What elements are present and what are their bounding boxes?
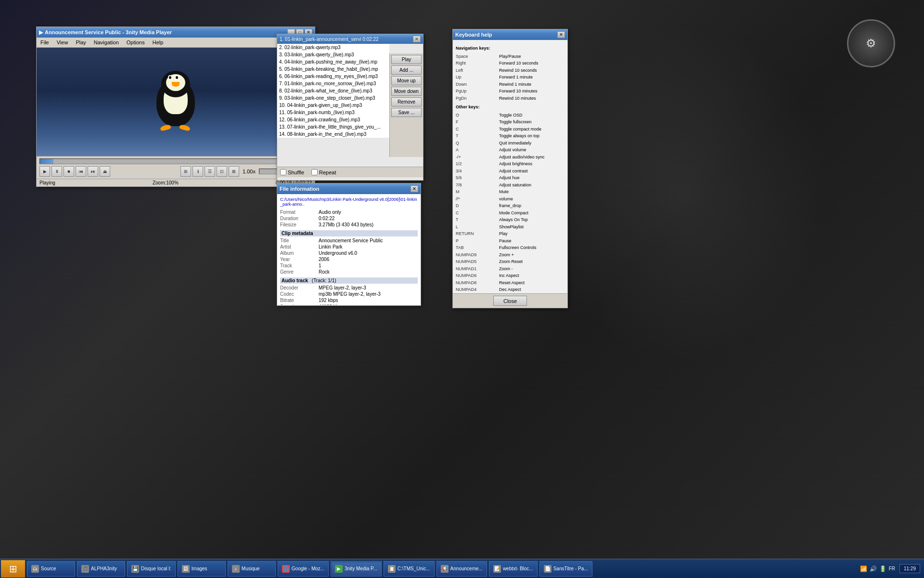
progress-bar[interactable] <box>39 158 312 164</box>
pl-move-up-btn[interactable]: Move up <box>391 76 422 85</box>
play-button[interactable]: ▶ <box>39 166 50 177</box>
bitrate-label: Bitrate <box>280 298 319 303</box>
view-btn-4[interactable]: ⊡ <box>217 166 227 177</box>
pause-button[interactable]: ⏸ <box>51 166 62 177</box>
artist-value: Linkin Park <box>319 244 342 250</box>
samplerate-label: Sample rate <box>280 304 319 305</box>
taskbar-announcement[interactable]: 📢 Announceme... <box>436 561 487 577</box>
taskbar-source[interactable]: 🗂 Source <box>27 561 75 577</box>
track-value: 1 <box>319 263 321 268</box>
list-item[interactable]: 9. 03-linkin_park-one_step_closer_(live)… <box>277 94 389 102</box>
keyboard-help-titlebar: Keyboard help ✕ <box>453 29 567 40</box>
filesize-value: 3.27Mb (3 430 443 bytes) <box>319 222 373 227</box>
eject-button[interactable]: ⏏ <box>100 166 110 177</box>
list-item[interactable]: 7. 01-linkin_park-no_more_sorrow_(live).… <box>277 80 389 87</box>
taskbar-google[interactable]: 🌐 Google - Moz... <box>278 561 329 577</box>
taskbar-ctms[interactable]: 📋 C:\TMS_Unic... <box>384 561 435 577</box>
kh-up-desc: Forward 1 minute <box>499 74 533 81</box>
kh-left-desc: Rewind 10 seconds <box>499 67 537 74</box>
media-player-window: ▶ Announcement Service Public - 3nity Me… <box>36 26 315 187</box>
alpha3nity-icon: 🎵 <box>81 565 89 573</box>
genre-label: Genre <box>280 269 319 275</box>
pl-move-down-btn[interactable]: Move down <box>391 87 422 96</box>
list-item[interactable]: 12. 06-linkin_park-crawling_(live).mp3 <box>277 116 389 123</box>
taskbar-images[interactable]: 🖼 Images <box>178 561 226 577</box>
stop-button[interactable]: ■ <box>64 166 74 177</box>
kh-left-key: Left <box>456 67 499 74</box>
media-player-icon: ▶ <box>335 565 343 573</box>
lang-indicator: FR <box>889 566 895 571</box>
menu-options[interactable]: Options <box>123 39 149 46</box>
menu-navigation[interactable]: Navigation <box>90 39 123 46</box>
file-path: C:/Users/Nico/Music/mp3/Linkin Park-Unde… <box>280 197 418 207</box>
start-button[interactable]: ⊞ <box>1 560 25 578</box>
announcement-icon: 📢 <box>441 565 449 573</box>
sanstitre-icon: 📄 <box>544 565 552 573</box>
webtxt-icon: 📝 <box>493 565 501 573</box>
info-duration-row: Duration 0:02:22 <box>280 216 418 221</box>
repeat-checkbox-label[interactable]: Repeat <box>311 169 336 175</box>
taskbar-webtxt[interactable]: 📝 webtxt- Bloc... <box>489 561 538 577</box>
menu-play[interactable]: Play <box>72 39 90 46</box>
playlist-title: 1. 01-linkin_park-announcement_servi 0:0… <box>280 37 379 42</box>
media-player-icon: ▶ <box>39 29 43 36</box>
kh-pgdn-desc: Rewind 10 minutes <box>499 95 536 102</box>
list-item[interactable]: 6. 06-linkin_park-reading_my_eyes_(live)… <box>277 73 389 80</box>
disque-icon: 💾 <box>131 565 139 573</box>
kh-right-desc: Forward 10 seconds <box>499 60 539 67</box>
tray-battery[interactable]: 🔋 <box>879 565 887 573</box>
taskbar-sanstitre[interactable]: 📄 SansTitre - Pa... <box>539 561 592 577</box>
list-item[interactable]: 13. 07-linkin_park-the_little_things_giv… <box>277 123 389 131</box>
menu-help[interactable]: Help <box>149 39 167 46</box>
tray-network[interactable]: 📶 <box>860 565 868 573</box>
repeat-checkbox[interactable] <box>311 169 318 175</box>
view-btn-1[interactable]: ⊞ <box>180 166 191 177</box>
taskbar-alpha3nity[interactable]: 🎵 ALPHA3nity <box>77 561 125 577</box>
list-item[interactable]: 8. 02-linkin_park-what_ive_done_(live).m… <box>277 87 389 94</box>
pl-add-btn[interactable]: Add ... <box>391 66 422 75</box>
keyboard-help-close-btn[interactable]: ✕ <box>557 31 565 38</box>
list-item[interactable]: 4. 04-linkin_park-pushing_me_away_(live)… <box>277 58 389 66</box>
playlist-list[interactable]: 2. 02-linkin_park-qwerty.mp33. 03-linkin… <box>277 44 389 138</box>
pl-remove-btn[interactable]: Remove <box>391 97 422 106</box>
source-icon: 🗂 <box>31 565 39 573</box>
tray-volume[interactable]: 🔊 <box>870 565 877 573</box>
tux-mascot <box>147 68 205 136</box>
year-value: 2006 <box>319 257 329 262</box>
other-section-label: Other keys: <box>456 104 565 111</box>
info-format-row: Format Audio only <box>280 210 418 215</box>
shuffle-checkbox[interactable] <box>280 169 286 175</box>
view-btn-5[interactable]: ⊠ <box>229 166 239 177</box>
view-btn-2[interactable]: ℹ <box>192 166 203 177</box>
pl-play-btn[interactable]: Play <box>391 55 422 64</box>
keyboard-help-footer: Close <box>453 293 567 308</box>
video-display <box>37 48 315 156</box>
taskbar-musique[interactable]: ♪ Musique <box>228 561 276 577</box>
view-btn-3[interactable]: ☰ <box>205 166 215 177</box>
decoder-label: Decoder <box>280 285 319 290</box>
list-item[interactable]: 5. 05-linkin_park-breaking_the_habit_(li… <box>277 66 389 73</box>
shuffle-checkbox-label[interactable]: Shuffle <box>280 169 304 175</box>
zoom-level: Zoom:100% <box>153 180 179 185</box>
keyboard-help-close-button[interactable]: Close <box>493 296 527 306</box>
menu-view[interactable]: View <box>53 39 72 46</box>
prev-button[interactable]: ⏮ <box>76 166 86 177</box>
taskbar: ⊞ 🗂 Source 🎵 ALPHA3nity 💾 Disque local I… <box>0 559 924 578</box>
taskbar-clock: 11:29 <box>899 564 920 573</box>
menu-file[interactable]: File <box>37 39 53 46</box>
album-value: Underground v6.0 <box>319 250 357 256</box>
list-item[interactable]: 3. 03-linkin_park-qwerty_(live).mp3 <box>277 51 389 58</box>
taskbar-disque[interactable]: 💾 Disque local I: <box>127 561 176 577</box>
list-item[interactable]: 14. 08-linkin_park-in_the_end_(live).mp3 <box>277 131 389 138</box>
taskbar-media-player[interactable]: ▶ 3nity Media P... <box>331 561 382 577</box>
pl-save-btn[interactable]: Save ... <box>391 108 422 117</box>
next-button[interactable]: ⏭ <box>88 166 98 177</box>
media-player-menubar: File View Play Navigation Options Help <box>37 38 315 48</box>
list-item[interactable]: 2. 02-linkin_park-qwerty.mp3 <box>277 44 389 51</box>
list-item[interactable]: 10. 04-linkin_park-given_up_(live).mp3 <box>277 102 389 109</box>
list-item[interactable]: 11. 05-linkin_park-numb_(live).mp3 <box>277 109 389 116</box>
playlist-close-button[interactable]: ✕ <box>413 36 421 42</box>
kh-down-desc: Rewind 1 minute <box>499 81 531 88</box>
file-info-close-btn[interactable]: ✕ <box>411 185 418 192</box>
track-label: Track <box>280 263 319 268</box>
